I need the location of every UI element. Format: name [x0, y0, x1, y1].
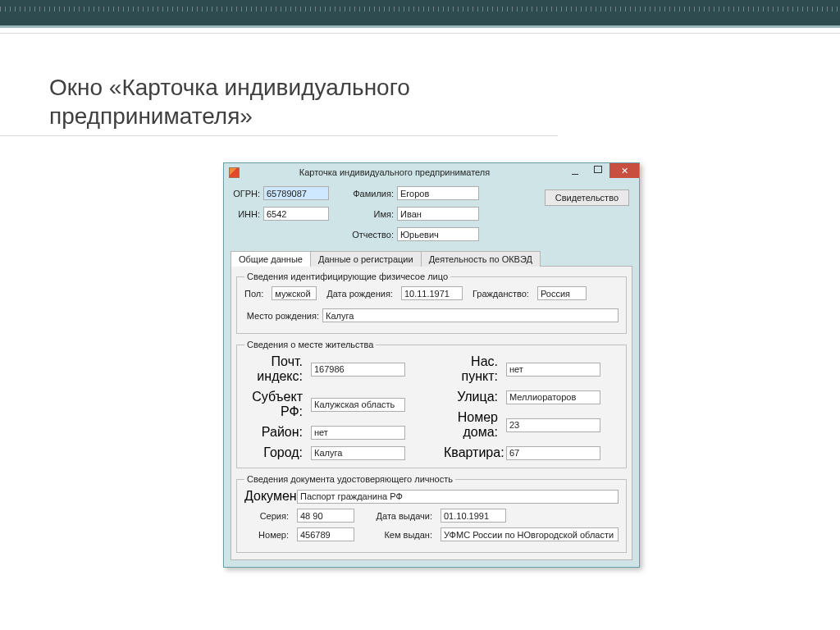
identity-legend: Сведения идентифицирующие физичесое лицо	[244, 272, 450, 281]
lastname-label: Фамилия:	[352, 189, 397, 199]
district-input[interactable]	[311, 426, 405, 440]
minimize-button[interactable]	[564, 163, 587, 178]
flat-input[interactable]	[506, 446, 600, 460]
issuer-label: Кем выдан:	[374, 530, 436, 540]
tabpage-general: Сведения идентифицирующие физичесое лицо…	[231, 266, 632, 560]
patronymic-label: Отчество:	[352, 230, 397, 240]
lastname-input[interactable]	[397, 186, 479, 200]
citizenship-label: Гражданство:	[472, 289, 532, 299]
app-window: Карточка индивидуального предпринимателя…	[223, 162, 640, 568]
dob-input[interactable]	[401, 286, 463, 300]
tab-registration[interactable]: Данные о регистрации	[310, 251, 422, 267]
identity-group: Сведения идентифицирующие физичесое лицо…	[236, 272, 627, 334]
document-legend: Сведения документа удостоверяющего лично…	[244, 474, 455, 484]
street-label: Улица:	[444, 390, 501, 404]
issue-date-input[interactable]	[441, 509, 506, 523]
dob-label: Дата рождения:	[326, 289, 396, 299]
birthplace-input[interactable]	[322, 308, 619, 322]
ogrn-label: ОГРН:	[231, 189, 263, 199]
inn-input[interactable]	[263, 207, 329, 221]
city-input[interactable]	[311, 446, 405, 460]
series-input[interactable]	[297, 509, 354, 523]
ogrn-input[interactable]	[263, 186, 329, 200]
settlement-label: Нас. пункт:	[444, 354, 501, 384]
firstname-input[interactable]	[397, 207, 479, 221]
number-input[interactable]	[297, 527, 354, 541]
slide-title: Окно «Карточка индивидуального предприни…	[0, 28, 558, 136]
house-label: Номер дома:	[444, 410, 501, 440]
street-input[interactable]	[506, 390, 600, 404]
close-button[interactable]	[609, 163, 639, 178]
slide-top-decoration	[0, 0, 840, 28]
tabstrip: Общие данные Данные о регистрации Деятел…	[231, 251, 632, 267]
postcode-input[interactable]	[311, 363, 405, 377]
titlebar[interactable]: Карточка индивидуального предпринимателя	[224, 163, 639, 181]
gender-label: Пол:	[244, 289, 267, 299]
certificate-button[interactable]: Свидетельство	[545, 189, 629, 206]
residence-legend: Сведения о месте жительства	[244, 340, 376, 349]
tab-okved[interactable]: Деятельность по ОКВЭД	[421, 251, 541, 267]
inn-label: ИНН:	[231, 209, 263, 219]
firstname-label: Имя:	[352, 209, 397, 219]
flat-label: Квартира:	[444, 445, 501, 460]
subject-input[interactable]	[311, 398, 405, 412]
number-label: Номер:	[244, 530, 292, 540]
citizenship-input[interactable]	[537, 286, 587, 300]
maximize-button[interactable]	[587, 163, 609, 178]
postcode-label: Почт. индекс:	[244, 354, 306, 384]
slide-separator	[0, 33, 840, 34]
birthplace-label: Место рождения:	[244, 311, 322, 321]
series-label: Серия:	[244, 511, 292, 521]
doc-input[interactable]	[297, 490, 619, 504]
city-label: Город:	[244, 445, 306, 460]
residence-group: Сведения о месте жительства Почт. индекс…	[236, 340, 627, 468]
house-input[interactable]	[506, 418, 600, 432]
window-title: Карточка индивидуального предпринимателя	[224, 167, 565, 177]
gender-input[interactable]	[272, 286, 317, 300]
doc-label: Документ:	[244, 489, 292, 504]
subject-label: Субъект РФ:	[244, 390, 306, 419]
settlement-input[interactable]	[506, 363, 600, 377]
client-area: ОГРН: ИНН: Фамилия: Имя: Отчес	[224, 181, 639, 567]
patronymic-input[interactable]	[397, 227, 479, 241]
district-label: Район:	[244, 425, 306, 440]
tab-general[interactable]: Общие данные	[231, 251, 311, 267]
document-group: Сведения документа удостоверяющего лично…	[236, 474, 627, 553]
issue-date-label: Дата выдачи:	[374, 511, 436, 521]
issuer-input[interactable]	[441, 527, 619, 541]
